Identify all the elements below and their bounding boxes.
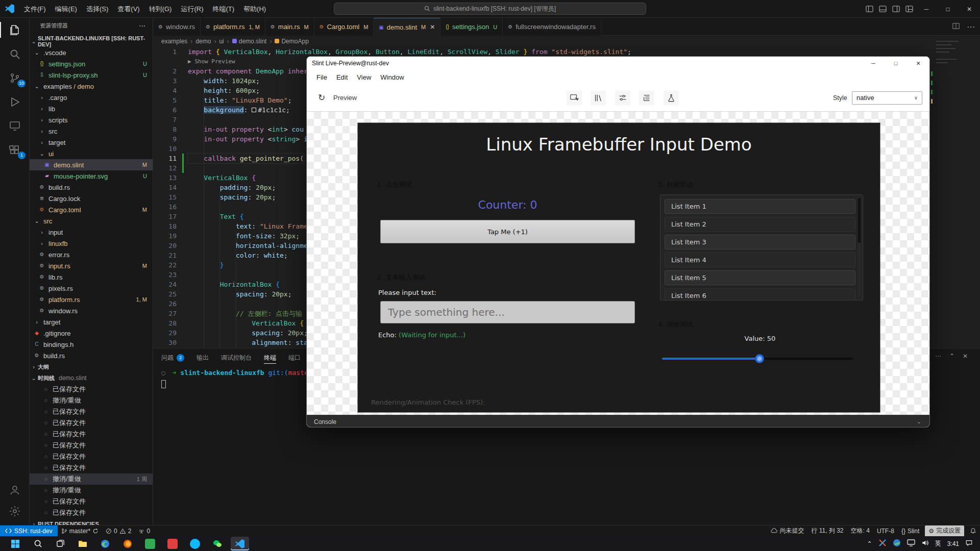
breadcrumb-item-examples[interactable]: examples xyxy=(161,38,187,45)
tree-item-error.rs[interactable]: ⚙error.rs xyxy=(30,249,153,260)
panel-more-icon[interactable]: ⋯ xyxy=(935,353,941,360)
taskbar-task-view-icon[interactable] xyxy=(51,537,69,550)
slider[interactable] xyxy=(662,358,853,360)
tree-item-examples[interactable]: ⌄examples / demo xyxy=(30,81,153,92)
notification-center-icon[interactable] xyxy=(965,539,973,548)
preview-menu-Window[interactable]: Window xyxy=(376,73,408,81)
input-method-indicator[interactable]: 英 xyxy=(935,539,941,548)
list-item[interactable]: List Item 2 xyxy=(665,217,855,232)
breadcrumb-item-ui[interactable]: ui xyxy=(219,38,224,45)
timeline-item[interactable]: ◌已保存文件 xyxy=(30,417,153,429)
menu-帮助(H)[interactable]: 帮助(H) xyxy=(239,5,271,13)
codelens-show-preview[interactable]: ▶ Show Preview xyxy=(188,57,235,66)
editor-tab-settings.json[interactable]: {}settings.jsonU xyxy=(440,18,503,36)
search-icon[interactable] xyxy=(0,42,30,66)
list-scrollbar[interactable] xyxy=(858,198,861,297)
list-item[interactable]: List Item 1 xyxy=(665,199,855,214)
text-input-field[interactable]: Type something here... xyxy=(380,301,635,323)
timeline-item[interactable]: ◌已保存文件 xyxy=(30,496,153,507)
timeline-item[interactable]: ◌已保存文件 xyxy=(30,507,153,518)
minimize-button[interactable]: ─ xyxy=(916,0,937,18)
tray-app-x-icon[interactable] xyxy=(878,539,887,548)
experiments-flask-icon[interactable] xyxy=(664,90,679,106)
clock[interactable]: 3:41 xyxy=(947,540,959,547)
list-item[interactable]: List Item 5 xyxy=(665,270,855,285)
select-cursor-tool-icon[interactable] xyxy=(567,90,582,106)
tree-item-window.rs[interactable]: ⚙window.rs xyxy=(30,305,153,316)
toggle-sidebar-icon[interactable] xyxy=(863,0,876,18)
menu-选择(S)[interactable]: 选择(S) xyxy=(82,5,113,13)
toggle-secondary-sidebar-icon[interactable] xyxy=(889,0,902,18)
panel-maximize-icon[interactable]: ⌃ xyxy=(949,353,954,360)
menu-查看(V)[interactable]: 查看(V) xyxy=(113,5,144,13)
tree-item-input[interactable]: ›input xyxy=(30,227,153,238)
preview-close-button[interactable]: ✕ xyxy=(907,57,929,70)
taskbar-start-icon[interactable] xyxy=(6,537,24,550)
menu-转到(G)[interactable]: 转到(G) xyxy=(144,5,177,13)
list-item[interactable]: List Item 4 xyxy=(665,253,855,267)
panel-tab-问题[interactable]: 问题2 xyxy=(161,350,184,365)
editor-tab-window.rs[interactable]: ⚙window.rs xyxy=(153,18,201,36)
command-center-search[interactable]: slint-backend-linuxfb [SSH: rust-dev] [管… xyxy=(334,3,646,15)
preview-minimize-button[interactable]: ─ xyxy=(862,57,885,70)
tree-item-bindings.h[interactable]: Cbindings.h xyxy=(30,339,153,350)
maximize-button[interactable]: □ xyxy=(937,0,959,18)
taskbar-search-icon[interactable] xyxy=(29,537,47,550)
indentation-status[interactable]: 空格: 4 xyxy=(847,525,873,537)
tree-item-ui[interactable]: ⌄ui xyxy=(30,148,153,159)
commit-status[interactable]: 尚未提交 xyxy=(767,525,807,537)
timeline-item[interactable]: ◌撤消/重做 xyxy=(30,485,153,496)
language-mode[interactable]: {}Slint xyxy=(898,525,923,537)
panel-tab-输出[interactable]: 输出 xyxy=(197,350,209,365)
taskbar-edge-icon[interactable] xyxy=(96,537,114,550)
customize-layout-icon[interactable] xyxy=(902,0,916,18)
tray-browser-icon[interactable] xyxy=(893,539,901,548)
workspace-root-row[interactable]: ⌄SLINT-BACKEND-LINUXFB [SSH: RUST-DEV] xyxy=(30,36,153,47)
tree-item-src[interactable]: ›src xyxy=(30,126,153,137)
preview-maximize-button[interactable]: □ xyxy=(885,57,907,70)
source-control-icon[interactable]: 10 xyxy=(0,66,30,90)
tree-item-mouse-pointer.svg[interactable]: ▰mouse-pointer.svgU xyxy=(30,170,153,182)
tree-item-target[interactable]: ›target xyxy=(30,316,153,328)
menu-运行(R)[interactable]: 运行(R) xyxy=(176,5,208,13)
taskbar-app-blue-icon[interactable] xyxy=(186,537,204,550)
preview-titlebar[interactable]: Slint Live-Preview@rust-dev ─ □ ✕ xyxy=(307,57,929,70)
tray-chevron-up-icon[interactable]: ⌃ xyxy=(867,540,872,547)
tree-item-build.rs[interactable]: ⚙build.rs xyxy=(30,182,153,193)
scroll-list[interactable]: List Item 1List Item 2List Item 3List It… xyxy=(660,194,863,300)
library-tool-icon[interactable] xyxy=(591,90,606,106)
close-button[interactable]: ✕ xyxy=(959,0,980,18)
tree-item-settings.json[interactable]: {}settings.jsonU xyxy=(30,58,153,69)
tree-item-demo.slint[interactable]: ▣demo.slintM xyxy=(30,159,153,170)
tab-close-icon[interactable]: ✕ xyxy=(430,23,435,31)
tap-me-button[interactable]: Tap Me (+1) xyxy=(380,220,635,243)
tree-item-Cargo.lock[interactable]: ≣Cargo.lock xyxy=(30,193,153,204)
panel-close-icon[interactable]: ✕ xyxy=(963,353,968,360)
problems-status[interactable]: 0 2 xyxy=(102,525,135,537)
timeline-item[interactable]: ◌撤消/重做 xyxy=(30,395,153,406)
outline-section[interactable]: ›大纲 xyxy=(30,361,153,372)
editor-tab-demo.slint[interactable]: ▣demo.slintM✕ xyxy=(374,18,440,36)
editor-tab-fullscreenwindowadapter.rs[interactable]: ⚙fullscreenwindowadapter.rs xyxy=(503,18,601,36)
timeline-item[interactable]: ◌已保存文件 xyxy=(30,451,153,462)
timeline-item[interactable]: ◌已保存文件 xyxy=(30,440,153,451)
cursor-position[interactable]: 行 11, 列 32 xyxy=(807,525,847,537)
tree-item-lib[interactable]: ›lib xyxy=(30,103,153,114)
breadcrumb-item-DemoApp[interactable]: DemoApp xyxy=(275,38,308,45)
extensions-icon[interactable]: 1 xyxy=(0,138,30,162)
properties-sliders-icon[interactable] xyxy=(615,90,630,106)
volume-icon[interactable] xyxy=(921,539,929,548)
timeline-section[interactable]: ⌄时间线 demo.slint xyxy=(30,372,153,384)
remote-indicator[interactable]: SSH: rust-dev xyxy=(0,525,58,537)
breadcrumb[interactable]: examples›demo›ui›demo.slint›DemoApp xyxy=(153,36,980,47)
menu-终端(T)[interactable]: 终端(T) xyxy=(208,5,239,13)
refresh-icon[interactable]: ↻ xyxy=(318,92,325,103)
timeline-item[interactable]: ◌已保存文件 xyxy=(30,429,153,440)
menu-文件(F)[interactable]: 文件(F) xyxy=(19,5,51,13)
style-dropdown[interactable]: native∨ xyxy=(852,91,922,105)
panel-tab-调试控制台[interactable]: 调试控制台 xyxy=(221,350,252,365)
tree-item-.gitignore[interactable]: ◆.gitignore xyxy=(30,328,153,339)
taskbar-firefox-icon[interactable] xyxy=(118,537,137,550)
preview-menu-View[interactable]: View xyxy=(352,73,376,81)
ports-status[interactable]: 0 xyxy=(135,525,154,537)
